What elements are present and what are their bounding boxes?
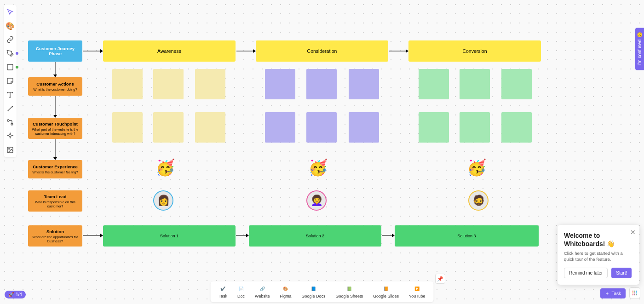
shape-tool[interactable] bbox=[6, 63, 15, 72]
note[interactable] bbox=[195, 112, 225, 143]
close-icon[interactable]: ✕ bbox=[630, 229, 636, 236]
dock-figma[interactable]: 🎨Figma bbox=[280, 285, 291, 298]
dock-label: Google Sheets bbox=[335, 294, 363, 298]
row-touchpoint-sub: What part of the website is the customer… bbox=[31, 127, 80, 136]
note[interactable] bbox=[306, 69, 337, 99]
note[interactable] bbox=[112, 69, 143, 99]
arrow-right-icon bbox=[83, 48, 103, 54]
row-experience-box[interactable]: Customer Experience What is the customer… bbox=[28, 160, 82, 178]
remind-later-button[interactable]: Remind me later bbox=[564, 268, 608, 278]
row-touchpoint-box[interactable]: Customer Touchpoint What part of the web… bbox=[28, 118, 82, 139]
dock-youtube[interactable]: ▶️YouTube bbox=[409, 285, 425, 298]
row-experience-sub: What is the customer feeling? bbox=[33, 170, 78, 174]
row-solution-box[interactable]: Solution What are the opportunities for … bbox=[28, 225, 82, 247]
image-tool[interactable] bbox=[6, 145, 15, 155]
svg-point-24 bbox=[634, 291, 635, 292]
plus-icon: ＋ bbox=[605, 290, 610, 297]
solution3-label: Solution 3 bbox=[457, 234, 476, 238]
note[interactable] bbox=[265, 69, 295, 99]
emoji-awareness[interactable]: 🥳 bbox=[155, 158, 175, 177]
rocket-icon: 🚀 bbox=[8, 292, 14, 297]
arrow-right-icon bbox=[236, 48, 256, 54]
svg-point-31 bbox=[636, 294, 637, 295]
doc-icon: 📄 bbox=[237, 285, 245, 293]
svg-point-28 bbox=[636, 293, 637, 293]
ai-tool[interactable] bbox=[6, 132, 15, 141]
progress-text: 1/4 bbox=[16, 292, 22, 297]
connector-tool[interactable] bbox=[6, 104, 15, 113]
progress-pill[interactable]: 🚀 1/4 bbox=[5, 291, 26, 298]
start-tour-button[interactable]: Start! bbox=[611, 268, 632, 278]
phase-conversion-box[interactable]: Conversion bbox=[408, 40, 541, 62]
dock-gdocs[interactable]: 📘Google Docs bbox=[301, 285, 325, 298]
arrow-down-icon bbox=[52, 62, 58, 77]
note[interactable] bbox=[460, 112, 490, 143]
row-teamlead-box[interactable]: Team Lead Who is responsible on this cus… bbox=[28, 190, 82, 212]
phase-consideration-label: Consideration bbox=[307, 48, 337, 54]
note[interactable] bbox=[349, 69, 379, 99]
row-actions-box[interactable]: Customer Actions What is the customer do… bbox=[28, 77, 82, 96]
pen-tool[interactable] bbox=[6, 49, 15, 58]
note[interactable] bbox=[153, 69, 184, 99]
palette-tool[interactable]: 🎨 bbox=[6, 21, 15, 30]
arrow-right-icon bbox=[236, 233, 249, 238]
feedback-tab[interactable]: I'm confused 😕 bbox=[635, 28, 644, 70]
dock-doc[interactable]: 📄Doc bbox=[237, 285, 245, 298]
note[interactable] bbox=[460, 69, 490, 99]
gdocs-icon: 📘 bbox=[310, 285, 317, 293]
dock-website[interactable]: 🔗Website bbox=[255, 285, 270, 298]
dock-gslides[interactable]: 📙Google Slides bbox=[373, 285, 399, 298]
popup-body: Click here to get started with a quick t… bbox=[564, 251, 633, 262]
row-experience-title: Customer Experience bbox=[33, 164, 78, 169]
svg-marker-14 bbox=[246, 234, 249, 237]
feedback-label: I'm confused bbox=[637, 40, 642, 65]
component-tool[interactable] bbox=[6, 118, 15, 127]
emoji-conversion[interactable]: 🥳 bbox=[467, 158, 486, 177]
sticky-tool[interactable] bbox=[6, 76, 15, 86]
gsheets-icon: 📗 bbox=[345, 285, 353, 293]
welcome-popup: ✕ Welcome to Whiteboards! 👋 Click here t… bbox=[558, 225, 639, 285]
note[interactable] bbox=[306, 112, 337, 143]
header-phase-label: Customer Journey Phase bbox=[31, 46, 80, 56]
row-actions-sub: What is the customer doing? bbox=[33, 87, 77, 92]
dock-task[interactable]: ✔️Task bbox=[219, 285, 228, 298]
whiteboard-canvas[interactable]: Customer Journey Phase Customer Actions … bbox=[0, 0, 644, 304]
header-phase-box[interactable]: Customer Journey Phase bbox=[28, 40, 82, 62]
phase-awareness-box[interactable]: Awareness bbox=[103, 40, 236, 62]
dock-gsheets[interactable]: 📗Google Sheets bbox=[335, 285, 363, 298]
note[interactable] bbox=[501, 112, 532, 143]
solution1-box[interactable]: Solution 1 bbox=[103, 225, 236, 247]
grid-icon bbox=[632, 290, 638, 296]
note[interactable] bbox=[419, 112, 449, 143]
note[interactable] bbox=[419, 69, 449, 99]
youtube-icon: ▶️ bbox=[414, 285, 421, 293]
create-task-button[interactable]: ＋ Task bbox=[600, 288, 626, 298]
text-tool[interactable] bbox=[6, 90, 15, 99]
note[interactable] bbox=[112, 112, 143, 143]
solution3-box[interactable]: Solution 3 bbox=[395, 225, 539, 247]
avatar-conversion[interactable]: 🧔 bbox=[468, 190, 489, 211]
link-tool[interactable] bbox=[6, 35, 15, 44]
note[interactable] bbox=[349, 112, 379, 143]
avatar-consideration[interactable]: 👩‍🦱 bbox=[306, 190, 327, 211]
phase-consideration-box[interactable]: Consideration bbox=[256, 40, 388, 62]
note[interactable] bbox=[153, 112, 184, 143]
solution1-label: Solution 1 bbox=[160, 234, 178, 238]
solution2-box[interactable]: Solution 2 bbox=[249, 225, 381, 247]
apps-grid-button[interactable] bbox=[629, 287, 640, 298]
gslides-icon: 📙 bbox=[382, 285, 390, 293]
dock-label: Google Docs bbox=[301, 294, 325, 298]
note[interactable] bbox=[501, 69, 532, 99]
pin-button[interactable]: 📌 bbox=[435, 274, 445, 284]
link-icon: 🔗 bbox=[259, 285, 266, 293]
arrow-right-icon bbox=[83, 233, 103, 238]
svg-point-25 bbox=[636, 291, 637, 292]
svg-point-23 bbox=[632, 291, 633, 292]
note[interactable] bbox=[195, 69, 225, 99]
note[interactable] bbox=[265, 112, 295, 143]
emoji-consideration[interactable]: 🥳 bbox=[308, 158, 328, 177]
task-button-label: Task bbox=[611, 291, 621, 296]
confused-icon: 😕 bbox=[637, 32, 642, 38]
avatar-awareness[interactable]: 👩 bbox=[153, 190, 173, 211]
pointer-tool[interactable] bbox=[6, 7, 15, 17]
